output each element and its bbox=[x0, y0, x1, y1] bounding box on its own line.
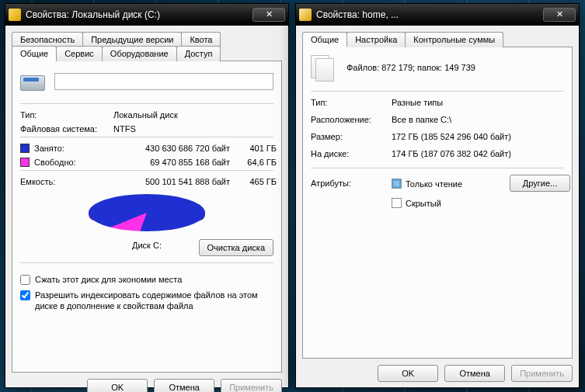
tab-sharing[interactable]: Доступ bbox=[176, 46, 221, 61]
advanced-button[interactable]: Другие... bbox=[510, 175, 570, 192]
separator bbox=[20, 170, 273, 171]
free-gb: 64,6 ГБ bbox=[230, 158, 277, 167]
size-on-disk-label: На диске: bbox=[311, 149, 392, 158]
location-label: Расположение: bbox=[311, 115, 392, 124]
type-label: Тип: bbox=[311, 98, 392, 107]
client-area: Общие Настройка Контрольные суммы Файлов… bbox=[296, 26, 579, 387]
tab-hardware[interactable]: Оборудование bbox=[102, 46, 177, 61]
close-button[interactable]: ✕ bbox=[252, 8, 285, 22]
tab-general[interactable]: Общие bbox=[12, 46, 57, 61]
hidden-checkbox[interactable] bbox=[392, 198, 402, 208]
size-on-disk-value: 174 ГБ (187 076 382 042 байт) bbox=[392, 149, 564, 158]
multi-file-icon bbox=[311, 55, 336, 80]
cancel-button[interactable]: Отмена bbox=[444, 365, 505, 382]
tab-general[interactable]: Общие bbox=[302, 32, 347, 47]
tab-previous-versions[interactable]: Предыдущие версии bbox=[82, 32, 182, 47]
separator bbox=[311, 91, 564, 92]
tab-row-lower: Общие Сервис Оборудование Доступ bbox=[12, 46, 282, 61]
attributes-label: Атрибуты: bbox=[311, 179, 392, 188]
titlebar[interactable]: Свойства: Локальный диск (C:) ✕ bbox=[5, 4, 288, 26]
used-gb: 401 ГБ bbox=[230, 144, 277, 153]
used-label: Занято: bbox=[20, 144, 106, 153]
cancel-button[interactable]: Отмена bbox=[154, 379, 214, 392]
readonly-label: Только чтение bbox=[406, 179, 462, 189]
tab-security[interactable]: Безопасность bbox=[12, 32, 83, 47]
ok-button[interactable]: OK bbox=[378, 365, 438, 382]
separator bbox=[311, 168, 564, 168]
location-value: Все в папке C:\ bbox=[392, 115, 564, 124]
tab-row: Общие Настройка Контрольные суммы bbox=[302, 32, 573, 47]
apply-button[interactable]: Применить bbox=[221, 379, 282, 392]
client-area: Безопасность Предыдущие версии Квота Общ… bbox=[5, 26, 288, 387]
window-title: Свойства: home, ... bbox=[316, 9, 543, 20]
size-value: 172 ГБ (185 524 296 040 байт) bbox=[392, 132, 564, 141]
tab-panel-general: Файлов: 872 179; папок: 149 739 Тип: Раз… bbox=[302, 47, 573, 359]
capacity-label: Емкость: bbox=[20, 177, 106, 186]
close-button[interactable]: ✕ bbox=[543, 8, 576, 22]
type-value: Разные типы bbox=[392, 98, 564, 107]
separator bbox=[20, 103, 273, 104]
dialog-buttons: OK Отмена Применить bbox=[12, 379, 282, 392]
window-title: Свойства: Локальный диск (C:) bbox=[26, 9, 252, 20]
hidden-label: Скрытый bbox=[406, 199, 441, 208]
index-label[interactable]: Разрешить индексировать содержимое файло… bbox=[35, 290, 273, 311]
capacity-gb: 465 ГБ bbox=[230, 177, 277, 186]
fs-value: NTFS bbox=[113, 124, 273, 134]
free-swatch bbox=[20, 158, 30, 167]
type-label: Тип: bbox=[20, 110, 113, 120]
disk-label-input[interactable] bbox=[54, 73, 273, 90]
files-folders-summary: Файлов: 872 179; папок: 149 739 bbox=[346, 63, 475, 72]
index-checkbox[interactable] bbox=[20, 290, 30, 300]
apply-button[interactable]: Применить bbox=[511, 365, 573, 382]
used-bytes: 430 630 686 720 байт bbox=[106, 144, 230, 153]
readonly-checkbox[interactable] bbox=[392, 179, 402, 189]
titlebar[interactable]: Свойства: home, ... ✕ bbox=[296, 4, 579, 26]
size-label: Размер: bbox=[311, 132, 392, 141]
free-bytes: 69 470 855 168 байт bbox=[106, 158, 230, 167]
ok-button[interactable]: OK bbox=[87, 379, 148, 392]
separator bbox=[20, 262, 273, 263]
capacity-bytes: 500 101 541 888 байт bbox=[106, 177, 230, 186]
properties-dialog-right: Свойства: home, ... ✕ Общие Настройка Ко… bbox=[295, 3, 580, 388]
tab-row-upper: Безопасность Предыдущие версии Квота bbox=[12, 32, 282, 47]
tab-panel-general: Тип: Локальный диск Файловая система: NT… bbox=[12, 61, 282, 373]
drive-large-icon bbox=[20, 69, 45, 94]
compress-checkbox[interactable] bbox=[20, 275, 30, 285]
folder-icon bbox=[299, 9, 312, 21]
tab-customize[interactable]: Настройка bbox=[346, 32, 406, 47]
compress-label[interactable]: Сжать этот диск для экономии места bbox=[35, 274, 182, 285]
readonly-checkbox-row[interactable]: Только чтение bbox=[392, 179, 510, 189]
used-swatch bbox=[20, 144, 30, 153]
fs-label: Файловая система: bbox=[20, 124, 113, 134]
tab-checksums[interactable]: Контрольные суммы bbox=[405, 32, 503, 47]
tab-quota[interactable]: Квота bbox=[181, 32, 221, 47]
properties-dialog-left: Свойства: Локальный диск (C:) ✕ Безопасн… bbox=[5, 3, 289, 388]
hidden-checkbox-row[interactable]: Скрытый bbox=[392, 198, 510, 208]
disk-cleanup-button[interactable]: Очистка диска bbox=[199, 239, 273, 256]
type-value: Локальный диск bbox=[113, 110, 273, 120]
drive-icon bbox=[9, 9, 21, 21]
separator bbox=[20, 137, 273, 137]
dialog-buttons: OK Отмена Применить bbox=[302, 365, 573, 382]
free-label: Свободно: bbox=[20, 158, 106, 167]
tab-service[interactable]: Сервис bbox=[56, 46, 103, 61]
